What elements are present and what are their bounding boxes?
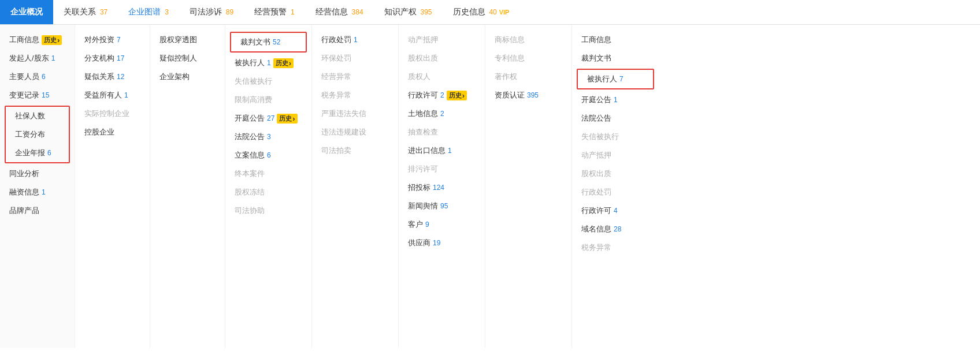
badge-lishi[interactable]: 历史 xyxy=(277,114,297,124)
column-sifa_susong: 裁判文书52被执行人1历史失信被执行限制高消费开庭公告27历史法院公告3立案信息… xyxy=(225,25,312,348)
menu-item-label-9[interactable]: 品牌产品 xyxy=(0,201,75,220)
tab-jingying-xinxi[interactable]: 经营信息 384 xyxy=(305,0,374,24)
menu-item-label-4[interactable]: 严重违法失信 xyxy=(312,104,398,123)
item-text: 终本案件 xyxy=(235,169,265,179)
menu-item-label-9[interactable]: 新闻舆情95 xyxy=(399,197,485,215)
menu-item-label-5[interactable]: 法院公告3 xyxy=(225,128,311,146)
menu-item-label-3[interactable]: 受益所有人1 xyxy=(75,86,150,104)
menu-item-label-11[interactable]: 供应商19 xyxy=(399,234,485,252)
menu-item-label-5[interactable]: 工资分布 xyxy=(6,125,69,144)
menu-item-label-1[interactable]: 专利信息 xyxy=(485,49,571,68)
menu-item-label-10[interactable]: 域名信息28 xyxy=(572,220,659,238)
menu-item-label-6[interactable]: 动产抵押 xyxy=(572,146,659,164)
item-count: 1 xyxy=(614,96,618,104)
menu-item-label-3[interactable]: 税务异常 xyxy=(312,86,398,104)
tab-lishi-xinxi[interactable]: 历史信息 40 VIP xyxy=(443,0,520,24)
menu-item-label-0[interactable]: 行政处罚1 xyxy=(312,31,398,49)
menu-item-label-1[interactable]: 被执行人1历史 xyxy=(225,54,311,72)
item-count: 395 xyxy=(527,91,539,99)
menu-item-label-0[interactable]: 工商信息历史 xyxy=(0,31,75,49)
menu-item-label-0[interactable]: 股权穿透图 xyxy=(150,31,225,49)
menu-item-label-0[interactable]: 裁判文书52 xyxy=(231,33,306,51)
menu-item-label-4[interactable]: 实际控制企业 xyxy=(75,104,150,123)
badge-lishi[interactable]: 历史 xyxy=(42,35,62,45)
menu-item-label-2[interactable]: 著作权 xyxy=(485,68,571,86)
menu-item-label-8[interactable]: 融资信息1 xyxy=(0,183,75,201)
item-count: 27 xyxy=(267,114,274,122)
tab-jingying-yujing[interactable]: 经营预警 1 xyxy=(244,0,305,24)
menu-item-label-7[interactable]: 同业分析 xyxy=(0,164,75,183)
menu-item-label-2[interactable]: 失信被执行 xyxy=(225,72,311,91)
menu-item-label-7[interactable]: 排污许可 xyxy=(399,160,485,178)
menu-item-label-1[interactable]: 疑似控制人 xyxy=(150,49,225,68)
menu-item-label-1[interactable]: 环保处罚 xyxy=(312,49,398,68)
tab-sifa-susong[interactable]: 司法涉诉 89 xyxy=(179,0,244,24)
menu-item-label-2[interactable]: 被执行人7 xyxy=(578,70,653,88)
item-text: 社保人数 xyxy=(15,111,45,121)
tab-qiye-gaikuang[interactable]: 企业概况 xyxy=(0,0,53,24)
menu-item-label-6[interactable]: 立案信息6 xyxy=(225,146,311,164)
menu-item-label-5[interactable]: 违法违规建设 xyxy=(312,123,398,141)
menu-item-label-6[interactable]: 企业年报6 xyxy=(6,144,69,162)
menu-item-label-3[interactable]: 限制高消费 xyxy=(225,91,311,109)
tab-qiye-tupu[interactable]: 企业图谱 3 xyxy=(118,0,179,24)
menu-item-label-3[interactable]: 变更记录15 xyxy=(0,86,75,104)
item-text: 税务异常 xyxy=(581,242,611,253)
item-count: 7 xyxy=(619,75,623,83)
menu-item-label-8[interactable]: 股权冻结 xyxy=(225,183,311,201)
item-count: 124 xyxy=(433,184,444,192)
menu-item-label-1[interactable]: 裁判文书 xyxy=(572,49,659,68)
menu-item-label-5[interactable]: 失信被执行 xyxy=(572,128,659,146)
item-text: 著作权 xyxy=(495,72,517,82)
menu-item-label-3[interactable]: 资质认证395 xyxy=(485,86,571,104)
menu-item-label-2[interactable]: 经营异常 xyxy=(312,68,398,86)
menu-item-label-1[interactable]: 股权出质 xyxy=(399,49,485,68)
menu-item-label-9[interactable]: 行政许可4 xyxy=(572,201,659,220)
menu-item-label-2[interactable]: 企业架构 xyxy=(150,68,225,86)
menu-item-label-7[interactable]: 股权出质 xyxy=(572,164,659,183)
menu-item-label-5[interactable]: 抽查检查 xyxy=(399,123,485,141)
menu-item-label-2[interactable]: 质权人 xyxy=(399,68,485,86)
item-text: 行政许可 xyxy=(408,90,438,100)
item-count: 19 xyxy=(433,239,440,247)
item-text: 股权出质 xyxy=(581,169,611,179)
menu-item-label-0[interactable]: 动产抵押 xyxy=(399,31,485,49)
item-text: 失信被执行 xyxy=(581,132,619,142)
menu-item-label-9[interactable]: 司法协助 xyxy=(225,201,311,220)
column-lishi_xinxi: 工商信息裁判文书被执行人7开庭公告1法院公告失信被执行动产抵押股权出质行政处罚行… xyxy=(572,25,659,348)
menu-item-label-4[interactable]: 开庭公告27历史 xyxy=(225,109,311,128)
badge-lishi[interactable]: 历史 xyxy=(447,91,467,100)
item-text: 开庭公告 xyxy=(581,95,611,105)
menu-item-label-8[interactable]: 招投标124 xyxy=(399,178,485,197)
menu-item-label-3[interactable]: 行政许可2历史 xyxy=(399,86,485,104)
badge-lishi[interactable]: 历史 xyxy=(273,58,294,68)
item-text: 招投标 xyxy=(408,182,430,193)
menu-item-label-10[interactable]: 客户9 xyxy=(399,215,485,234)
menu-item-label-4[interactable]: 社保人数 xyxy=(6,107,69,125)
menu-item-label-6[interactable]: 司法拍卖 xyxy=(312,141,398,160)
menu-item-label-4[interactable]: 土地信息2 xyxy=(399,104,485,123)
item-count: 1 xyxy=(51,54,55,62)
menu-item-label-8[interactable]: 行政处罚 xyxy=(572,183,659,201)
menu-item-label-11[interactable]: 税务异常 xyxy=(572,238,659,257)
menu-item-label-2[interactable]: 主要人员6 xyxy=(0,68,75,86)
menu-item-label-0[interactable]: 商标信息 xyxy=(485,31,571,49)
item-count: 17 xyxy=(117,54,124,62)
menu-item-label-1[interactable]: 分支机构17 xyxy=(75,49,150,68)
menu-item-label-2[interactable]: 疑似关系12 xyxy=(75,68,150,86)
item-text: 法院公告 xyxy=(235,132,265,142)
menu-item-label-0[interactable]: 对外投资7 xyxy=(75,31,150,49)
menu-item-label-1[interactable]: 发起人/股东1 xyxy=(0,49,75,68)
item-text: 动产抵押 xyxy=(581,150,611,160)
menu-item-label-7[interactable]: 终本案件 xyxy=(225,164,311,183)
tab-zhishi-chanquan[interactable]: 知识产权 395 xyxy=(374,0,443,24)
item-text: 开庭公告 xyxy=(235,113,265,124)
menu-item-label-5[interactable]: 控股企业 xyxy=(75,123,150,141)
tab-guanlian-guanxi[interactable]: 关联关系 37 xyxy=(53,0,118,24)
menu-item-label-6[interactable]: 进出口信息1 xyxy=(399,141,485,160)
menu-item-label-4[interactable]: 法院公告 xyxy=(572,109,659,128)
column-zhishi_chanquan: 商标信息专利信息著作权资质认证395 xyxy=(485,25,572,348)
item-text: 司法拍卖 xyxy=(321,145,351,156)
menu-item-label-0[interactable]: 工商信息 xyxy=(572,31,659,49)
menu-item-label-3[interactable]: 开庭公告1 xyxy=(572,91,659,109)
